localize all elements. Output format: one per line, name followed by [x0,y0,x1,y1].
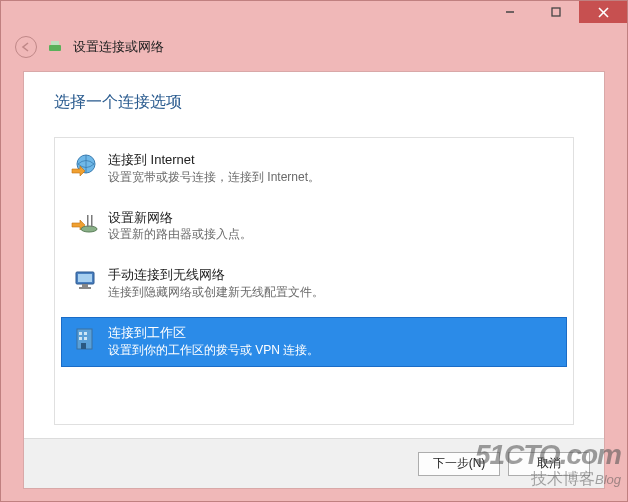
next-button[interactable]: 下一步(N) [418,452,500,476]
svg-rect-19 [81,343,86,349]
close-button[interactable] [579,1,627,23]
svg-rect-5 [51,41,59,45]
minimize-button[interactable] [487,1,533,23]
svg-rect-11 [78,274,92,282]
svg-point-7 [81,226,97,232]
svg-rect-12 [82,284,88,287]
monitor-icon [70,266,98,294]
window-title: 设置连接或网络 [73,38,164,56]
option-subtitle: 设置新的路由器或接入点。 [108,226,252,242]
option-manual-wireless[interactable]: 手动连接到无线网络 连接到隐藏网络或创建新无线配置文件。 [61,259,567,309]
svg-rect-4 [49,45,61,51]
option-title: 手动连接到无线网络 [108,266,324,284]
option-connect-workplace[interactable]: 连接到工作区 设置到你的工作区的拨号或 VPN 连接。 [61,317,567,367]
option-subtitle: 连接到隐藏网络或创建新无线配置文件。 [108,284,324,300]
maximize-button[interactable] [533,1,579,23]
svg-rect-8 [87,215,89,227]
option-title: 设置新网络 [108,209,252,227]
svg-rect-16 [84,332,87,335]
option-title: 连接到 Internet [108,151,320,169]
router-icon [70,209,98,237]
footer-bar: 下一步(N) 取消 [24,438,604,488]
option-subtitle: 设置宽带或拨号连接，连接到 Internet。 [108,169,320,185]
building-icon [70,324,98,352]
option-subtitle: 设置到你的工作区的拨号或 VPN 连接。 [108,342,319,358]
window-titlebar [1,1,627,29]
network-icon [47,39,63,55]
back-button[interactable] [15,36,37,58]
svg-rect-18 [84,337,87,340]
header-bar: 设置连接或网络 [1,29,627,65]
svg-rect-1 [552,8,560,16]
globe-arrow-icon [70,151,98,179]
svg-rect-15 [79,332,82,335]
svg-rect-9 [91,215,93,227]
svg-rect-13 [79,287,91,289]
cancel-button[interactable]: 取消 [508,452,590,476]
option-setup-network[interactable]: 设置新网络 设置新的路由器或接入点。 [61,202,567,252]
svg-rect-17 [79,337,82,340]
option-title: 连接到工作区 [108,324,319,342]
page-heading: 选择一个连接选项 [54,92,574,113]
option-connect-internet[interactable]: 连接到 Internet 设置宽带或拨号连接，连接到 Internet。 [61,144,567,194]
content-panel: 选择一个连接选项 连接到 Internet 设置宽带或拨号连接，连接到 Inte… [23,71,605,489]
connection-options-list: 连接到 Internet 设置宽带或拨号连接，连接到 Internet。 设置新… [54,137,574,425]
